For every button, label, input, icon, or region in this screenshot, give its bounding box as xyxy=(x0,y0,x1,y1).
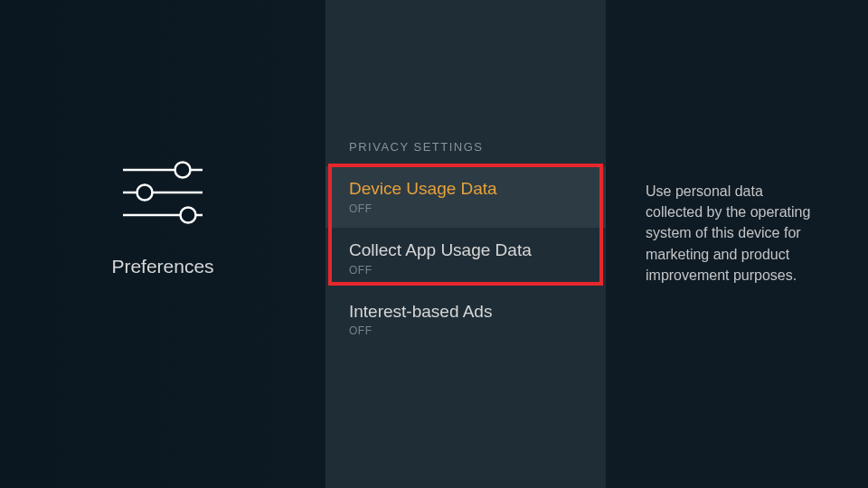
section-header: PRIVACY SETTINGS xyxy=(326,140,606,166)
settings-list-panel: PRIVACY SETTINGS Device Usage Data OFF C… xyxy=(326,0,606,488)
left-panel: Preferences xyxy=(0,0,326,488)
setting-description: Use personal data collected by the opera… xyxy=(646,181,823,286)
menu-item-status: OFF xyxy=(349,264,582,277)
menu-item-title: Device Usage Data xyxy=(349,179,582,200)
svg-point-3 xyxy=(137,185,153,201)
svg-point-1 xyxy=(175,163,191,178)
menu-item-title: Collect App Usage Data xyxy=(349,240,582,261)
menu-item-title: Interest-based Ads xyxy=(349,302,582,323)
description-panel: Use personal data collected by the opera… xyxy=(606,0,868,488)
menu-item-status: OFF xyxy=(349,202,582,215)
menu-item-status: OFF xyxy=(349,324,582,337)
preferences-sliders-icon xyxy=(118,156,208,229)
svg-point-5 xyxy=(181,208,196,223)
menu-item-collect-app-usage-data[interactable]: Collect App Usage Data OFF xyxy=(326,228,606,289)
menu-item-interest-based-ads[interactable]: Interest-based Ads OFF xyxy=(326,289,606,351)
menu-item-device-usage-data[interactable]: Device Usage Data OFF xyxy=(326,166,606,228)
preferences-label: Preferences xyxy=(111,256,213,277)
